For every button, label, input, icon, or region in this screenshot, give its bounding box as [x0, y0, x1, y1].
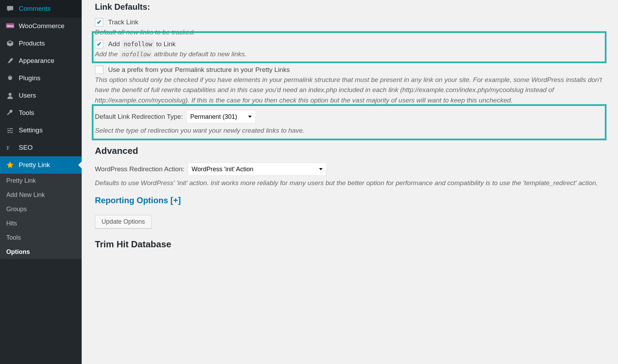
track-link-checkbox[interactable]	[95, 18, 103, 26]
wrench-icon	[6, 108, 15, 117]
sidebar-item-tools[interactable]: Tools	[0, 104, 82, 122]
sliders-icon	[6, 126, 15, 135]
link-defaults-heading: Link Defaults:	[95, 2, 603, 12]
submenu-item-hits[interactable]: Hits	[0, 216, 82, 231]
nofollow-label: Add nofollow to Link	[108, 40, 176, 48]
submenu-item-options[interactable]: Options	[0, 245, 82, 259]
prefix-checkbox[interactable]	[95, 66, 103, 74]
main-content: Link Defaults: Track Link Default all ne…	[82, 0, 618, 364]
prefix-option: Use a prefix from your Permalink structu…	[95, 66, 603, 105]
woo-icon: Woo	[6, 22, 15, 31]
sidebar-item-pretty-link[interactable]: Pretty Link	[0, 156, 82, 174]
prefix-label: Use a prefix from your Permalink structu…	[108, 66, 290, 74]
sidebar-item-label: Settings	[19, 126, 43, 134]
wp-action-label: WordPress Redirection Action:	[95, 165, 184, 173]
svg-text:Woo: Woo	[7, 24, 14, 28]
nofollow-checkbox[interactable]	[95, 40, 103, 48]
sidebar-item-label: Users	[19, 92, 36, 99]
wp-action-row: WordPress Redirection Action: WordPress …	[95, 163, 603, 176]
sidebar-item-label: SEO	[19, 144, 33, 151]
sidebar-item-label: Appearance	[19, 57, 54, 65]
sidebar-item-products[interactable]: Products	[0, 35, 82, 52]
sidebar-submenu: Pretty Link Add New Link Groups Hits Too…	[0, 174, 82, 259]
submenu-item-tools[interactable]: Tools	[0, 231, 82, 245]
user-icon	[6, 91, 15, 100]
admin-sidebar: Comments Woo WooCommerce Products Appear…	[0, 0, 82, 364]
svg-point-2	[9, 93, 12, 96]
sidebar-item-users[interactable]: Users	[0, 87, 82, 104]
sidebar-item-label: Comments	[19, 5, 51, 13]
sidebar-item-appearance[interactable]: Appearance	[0, 52, 82, 69]
comment-icon	[6, 4, 15, 13]
redirection-type-label: Default Link Redirection Type:	[95, 113, 183, 121]
redirection-type-desc: Select the type of redirection you want …	[95, 125, 603, 135]
sidebar-item-seo[interactable]: Y SEO	[0, 139, 82, 156]
sidebar-item-label: Tools	[19, 109, 34, 117]
sidebar-item-woocommerce[interactable]: Woo WooCommerce	[0, 17, 82, 35]
submenu-item-pretty-link[interactable]: Pretty Link	[0, 174, 82, 188]
sidebar-item-label: WooCommerce	[19, 22, 65, 30]
box-icon	[6, 39, 15, 48]
wp-action-select[interactable]: WordPress 'init' Action	[188, 163, 327, 176]
trim-hit-database-heading: Trim Hit Database	[95, 239, 603, 250]
track-link-label: Track Link	[108, 18, 138, 26]
prefix-desc: This option should only be checked if yo…	[95, 75, 603, 105]
seo-icon: Y	[6, 143, 15, 152]
redirection-type-highlight: Default Link Redirection Type: Permanent…	[93, 105, 605, 139]
advanced-heading: Advanced	[95, 146, 603, 156]
brush-icon	[6, 56, 15, 65]
submenu-item-add-new-link[interactable]: Add New Link	[0, 188, 82, 202]
redirection-type-select[interactable]: Permanent (301)	[186, 110, 256, 123]
sidebar-item-label: Pretty Link	[19, 161, 50, 169]
reporting-options-toggle[interactable]: Reporting Options [+]	[95, 196, 603, 205]
nofollow-desc: Add the nofollow attribute by default to…	[95, 49, 603, 59]
update-options-button[interactable]: Update Options	[95, 215, 152, 229]
wp-action-desc: Defaults to use WordPress' 'init' action…	[95, 178, 603, 188]
submenu-item-groups[interactable]: Groups	[0, 202, 82, 216]
plug-icon	[6, 74, 15, 83]
sidebar-item-label: Plugins	[19, 74, 40, 82]
star-icon	[6, 160, 15, 169]
svg-text:Y: Y	[6, 145, 10, 151]
sidebar-item-settings[interactable]: Settings	[0, 122, 82, 139]
sidebar-item-plugins[interactable]: Plugins	[0, 69, 82, 87]
sidebar-item-comments[interactable]: Comments	[0, 0, 82, 17]
sidebar-item-label: Products	[19, 40, 45, 47]
